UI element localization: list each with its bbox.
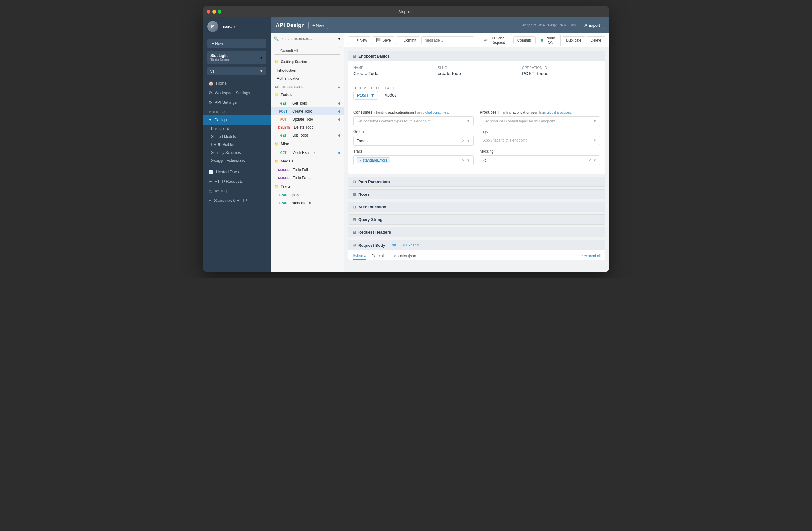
resource-item-todo-full[interactable]: MODEL Todo Full	[271, 166, 344, 174]
mocking-select[interactable]: Off × ▼	[480, 155, 600, 165]
resource-item-delete-todo[interactable]: DELETE Delete Todo	[271, 124, 344, 131]
sidebar-new-button[interactable]: + New	[207, 39, 266, 48]
tags-select[interactable]: Apply tags to this endpoint. ▼	[480, 136, 600, 145]
search-input[interactable]	[280, 37, 335, 41]
request-body-tabs: Schema Example application/json ↗ expand…	[348, 250, 605, 260]
method-trait-badge: TRAIT	[277, 193, 290, 197]
sidebar-item-design[interactable]: ✦ Design	[203, 115, 271, 125]
sidebar-item-testing[interactable]: △ Testing	[203, 186, 271, 196]
resource-item-authentication[interactable]: Authentication	[271, 74, 344, 83]
change-indicator	[338, 111, 340, 113]
todos-group-header[interactable]: 📁 Todos	[271, 90, 344, 99]
query-string-section[interactable]: ⊟ Query String	[348, 214, 605, 225]
filter-icon[interactable]: ▼	[337, 36, 341, 41]
produces-select[interactable]: Set produces content types for this endp…	[480, 116, 600, 126]
toolbar-commit-button[interactable]: ↑ Commit	[396, 36, 420, 44]
global-produces-link[interactable]: global produces	[547, 111, 571, 114]
method-model2-badge: MODEL	[277, 176, 290, 180]
traits-group-header[interactable]: 📁 Traits	[271, 182, 344, 191]
group-clear-icon[interactable]: ×	[462, 138, 464, 143]
export-button[interactable]: ↗ Export	[580, 21, 604, 29]
remove-trait-icon[interactable]: ×	[360, 158, 361, 162]
operation-id-value[interactable]: POST_todos	[522, 71, 600, 76]
toolbar-save-button[interactable]: 💾 Save	[372, 36, 395, 44]
resource-item-introduction[interactable]: Introduction	[271, 67, 344, 74]
method-chevron-icon: ▼	[370, 93, 375, 98]
traits-folder-icon: 📁	[274, 184, 279, 189]
mocking-clear-icon[interactable]: ×	[589, 158, 591, 163]
send-request-button[interactable]: ✉ ✉ Send Request	[479, 34, 512, 46]
endpoint-basics-body: Name Create Todo Slug create-todo Operat…	[348, 61, 605, 174]
path-parameters-section[interactable]: ⊟ Path Parameters	[348, 176, 605, 187]
sidebar-user-header[interactable]: M marc ▼	[203, 17, 271, 36]
tab-application-json[interactable]: application/json	[391, 253, 416, 259]
endpoint-basics-header[interactable]: ⊟ Endpoint Basics	[348, 52, 605, 61]
commit-message-input[interactable]	[421, 36, 474, 44]
global-consumes-link[interactable]: global consumes	[423, 111, 448, 114]
traits-select[interactable]: × standardErrors × ▼	[353, 155, 474, 165]
produces-chevron-icon: ▼	[593, 119, 597, 124]
method-delete-badge: DELETE	[277, 126, 291, 130]
resource-item-list-todos[interactable]: GET List Todos	[271, 131, 344, 139]
resource-item-todo-partial[interactable]: MODEL Todo Partial	[271, 174, 344, 182]
sidebar-item-shared-models[interactable]: Shared Models	[203, 133, 271, 141]
resource-item-paged[interactable]: TRAIT paged	[271, 191, 344, 199]
sidebar-item-workspace-settings[interactable]: ⚙ Workspace Settings	[203, 88, 271, 98]
traits-clear-icon[interactable]: ×	[462, 158, 464, 163]
resource-item-update-todo[interactable]: PUT Update Todo	[271, 115, 344, 124]
window-controls[interactable]	[207, 10, 221, 14]
path-value[interactable]: /todos	[385, 91, 600, 99]
public-on-button[interactable]: Public ON	[537, 34, 561, 46]
authentication-section[interactable]: ⊟ Authentication	[348, 202, 605, 212]
maximize-button[interactable]	[218, 10, 221, 14]
consumes-select[interactable]: Set consumes content types for this endp…	[353, 116, 474, 126]
getting-started-header[interactable]: 📁 Getting Started	[271, 57, 344, 67]
sidebar-item-crud-builder[interactable]: CRUD Builder	[203, 141, 271, 148]
user-dropdown-icon[interactable]: ▼	[233, 25, 236, 28]
sidebar-item-swagger-extensions[interactable]: Swagger Extensions	[203, 157, 271, 164]
workspace-selector[interactable]: StopLight To-do Demo ▼	[207, 51, 266, 64]
commit-all-button[interactable]: ↑ Commit All	[274, 47, 341, 55]
notes-section[interactable]: ⊟ Notes	[348, 189, 605, 199]
http-method-label: HTTP Method	[353, 86, 379, 90]
commits-button[interactable]: Commits	[513, 36, 536, 44]
models-group-header[interactable]: 📁 Models	[271, 157, 344, 166]
sidebar-item-security-schemes[interactable]: Security Schemes	[203, 148, 271, 157]
tags-chevron-icon: ▼	[593, 138, 597, 143]
api-reference-settings-icon[interactable]: ⚙	[337, 85, 341, 89]
resource-item-standard-errors[interactable]: TRAIT standardErrors	[271, 199, 344, 207]
toolbar: + + New 💾 Save ↑ Commit	[345, 33, 609, 47]
request-headers-section[interactable]: ⊟ Request Headers	[348, 227, 605, 237]
scenarios-icon: △	[208, 198, 212, 203]
resource-item-get-todo[interactable]: GET Get Todo	[271, 99, 344, 107]
group-select[interactable]: Todos × ▼	[353, 136, 474, 145]
rb-expand-button[interactable]: ↗ Expand	[400, 242, 420, 248]
resource-item-mock-example[interactable]: GET Mock Example	[271, 148, 344, 157]
sidebar-item-api-settings[interactable]: ⚙ API Settings	[203, 98, 271, 107]
minimize-button[interactable]	[212, 10, 216, 14]
http-method-field: HTTP Method POST ▼	[353, 86, 379, 100]
sidebar-item-http-requests[interactable]: ✈ HTTP Requests	[203, 176, 271, 186]
http-method-select[interactable]: POST ▼	[353, 91, 378, 100]
auth-collapse-icon: ⊟	[353, 205, 356, 209]
rb-edit-button[interactable]: Edit	[388, 242, 398, 248]
resource-search-bar[interactable]: 🔍 ▼	[271, 33, 344, 44]
sidebar-item-home[interactable]: 🏠 Home	[203, 78, 271, 88]
sidebar-item-scenarios[interactable]: △ Scenarios & HTTP	[203, 196, 271, 205]
header-new-button[interactable]: + New	[308, 21, 328, 29]
misc-group-header[interactable]: 📁 Misc	[271, 139, 344, 148]
tab-schema[interactable]: Schema	[353, 252, 366, 260]
resource-item-create-todo[interactable]: POST Create Todo	[271, 107, 344, 115]
sidebar-item-hosted-docs[interactable]: 📄 Hosted Docs	[203, 167, 271, 176]
toolbar-new-button[interactable]: + + New	[348, 36, 371, 44]
tab-example[interactable]: Example	[371, 253, 386, 259]
name-value[interactable]: Create Todo	[353, 71, 432, 76]
delete-button[interactable]: Delete	[586, 36, 605, 44]
close-button[interactable]	[207, 10, 211, 14]
sidebar-item-dashboard[interactable]: Dashboard	[203, 125, 271, 133]
duplicate-button[interactable]: Duplicate	[562, 36, 585, 44]
slug-value[interactable]: create-todo	[438, 71, 516, 76]
change-indicator	[338, 152, 340, 154]
version-selector[interactable]: v1 ▼	[207, 67, 266, 75]
expand-all-button[interactable]: ↗ expand all	[580, 254, 601, 258]
